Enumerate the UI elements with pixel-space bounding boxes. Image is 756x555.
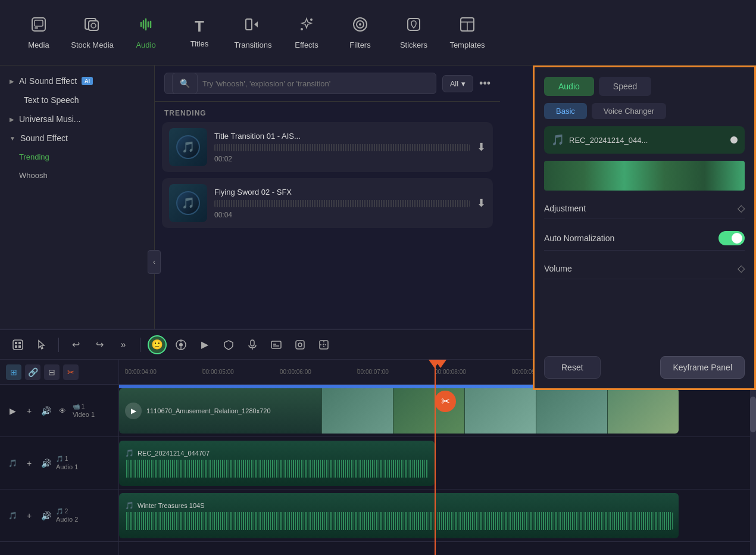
nav-media[interactable]: Media <box>12 6 65 60</box>
play-button[interactable]: ▶ <box>195 335 214 354</box>
audio1-add-icon[interactable]: + <box>23 457 36 470</box>
volume-row: Volume ◇ <box>544 258 745 279</box>
video-thumb-4 <box>536 388 607 434</box>
waveform-visual <box>544 161 745 191</box>
nav-audio[interactable]: Audio <box>119 6 173 60</box>
svg-rect-25 <box>251 340 254 346</box>
sound-info-2: Flying Sword 02 - SFX 00:04 <box>214 188 470 219</box>
audio1-play-icon[interactable]: 🎵 <box>6 457 19 470</box>
sub-tab-basic[interactable]: Basic <box>544 103 587 119</box>
auto-normalization-toggle[interactable] <box>718 231 745 245</box>
sound-item-1[interactable]: 🎵 Title Transition 01 - AIS... 00:02 ⬇ <box>162 122 493 172</box>
sidebar-item-text-to-speech[interactable]: Text to Speech <box>0 91 154 110</box>
nav-transitions[interactable]: Transitions <box>226 6 280 60</box>
tab-speed[interactable]: Speed <box>599 77 651 96</box>
more-tools-button[interactable]: » <box>114 335 133 354</box>
sidebar-sub-item-trending[interactable]: Trending <box>0 148 154 166</box>
audio2-play-icon[interactable]: 🎵 <box>6 509 19 522</box>
nav-stickers[interactable]: Stickers <box>387 6 441 60</box>
search-input[interactable] <box>202 79 429 88</box>
sidebar-item-sound-effect[interactable]: ▼ Sound Effect <box>0 129 154 148</box>
svg-rect-20 <box>18 345 21 348</box>
music-note-icon-2: 🎵 <box>182 197 195 210</box>
video-track-label-name: 📹 1 Video 1 <box>73 403 102 418</box>
sidebar-arrow-se: ▼ <box>10 135 15 142</box>
split-button[interactable]: ⊟ <box>44 364 60 380</box>
video-thumb-5 <box>607 388 679 434</box>
download-button-1[interactable]: ⬇ <box>477 141 486 154</box>
playhead-marker <box>429 360 441 368</box>
content-area: 🔍 All ▾ ••• TRENDING 🎵 Title T <box>155 66 500 329</box>
audio2-volume-icon[interactable]: 🔊 <box>39 509 52 522</box>
tab-audio[interactable]: Audio <box>544 77 594 96</box>
redo-button[interactable]: ↪ <box>90 335 109 354</box>
svg-rect-18 <box>18 342 21 344</box>
sidebar-collapse-button[interactable]: ‹ <box>148 250 155 274</box>
cursor-tool-button[interactable] <box>32 335 51 354</box>
svg-point-31 <box>298 343 302 347</box>
download-button-2[interactable]: ⬇ <box>477 197 486 210</box>
nav-filters[interactable]: Filters <box>333 6 387 60</box>
undo-button[interactable]: ↩ <box>66 335 85 354</box>
sidebar-item-ai-sound-effect[interactable]: ▶ AI Sound Effect AI <box>0 71 154 91</box>
video-track-label: ▶ + 🔊 👁 📹 1 Video 1 <box>0 385 118 437</box>
video-visibility-icon[interactable]: 👁 <box>56 404 69 417</box>
auto-normalization-row: Auto Normalization <box>544 226 745 251</box>
ruler-mark-2: 00:00:06:00 <box>280 369 357 375</box>
sidebar-arrow-ai: ▶ <box>10 78 14 85</box>
timeline-scrollbar[interactable] <box>750 385 756 555</box>
video-thumb-3 <box>464 388 536 434</box>
audio2-add-icon[interactable]: + <box>23 509 36 522</box>
more-options-button[interactable]: ••• <box>479 77 491 90</box>
svg-point-7 <box>310 18 313 21</box>
filter-button[interactable]: All ▾ <box>442 75 473 92</box>
add-track-button[interactable]: ⊞ <box>6 364 21 380</box>
svg-rect-16 <box>13 340 23 350</box>
nav-titles[interactable]: T Titles <box>173 6 226 60</box>
titles-icon: T <box>195 17 204 36</box>
track-label-toolbar: ⊞ 🔗 ⊟ ✂ <box>0 360 118 385</box>
search-input-wrapper[interactable]: 🔍 <box>164 73 436 94</box>
audio-note-icon: 🎵 <box>551 133 564 146</box>
audio-indicator <box>730 136 738 144</box>
sound-item-2[interactable]: 🎵 Flying Sword 02 - SFX 00:04 ⬇ <box>162 178 493 228</box>
sidebar-sub-item-whoosh[interactable]: Whoosh <box>0 166 154 185</box>
stickers-icon <box>405 16 422 37</box>
video-add-icon[interactable]: + <box>23 404 36 417</box>
video-clip[interactable]: ▶ 1110670_Amusement_Relation_1280x720 <box>119 388 679 434</box>
ruler-mark-3: 00:00:07:00 <box>357 369 435 375</box>
video-play-icon[interactable]: ▶ <box>6 404 19 417</box>
audio2-clip[interactable]: 🎵 Winter Treasures 104S <box>119 493 679 538</box>
volume-diamond-icon: ◇ <box>738 263 745 274</box>
sub-tab-voice-changer[interactable]: Voice Changer <box>592 103 666 119</box>
chevron-left-icon: ‹ <box>153 258 155 266</box>
audio1-volume-icon[interactable]: 🔊 <box>39 457 52 470</box>
audio2-track-label-name: 🎵 2 Audio 2 <box>56 508 86 523</box>
split-audio-button[interactable] <box>314 335 333 354</box>
toolbar-separator-2 <box>140 338 140 352</box>
svg-rect-19 <box>15 345 17 348</box>
timeline-scrollbar-thumb[interactable] <box>750 397 756 432</box>
sidebar-item-universal-music[interactable]: ▶ Universal Musi... <box>0 110 154 129</box>
nav-effects[interactable]: Effects <box>280 6 333 60</box>
keyframe-panel-button[interactable]: Keyframe Panel <box>660 356 745 379</box>
panel-sub-tabs: Basic Voice Changer <box>544 103 745 119</box>
captions-button[interactable] <box>267 335 286 354</box>
delete-segment-button[interactable]: ✂ <box>63 364 79 380</box>
sound-thumb-2: 🎵 <box>169 184 207 222</box>
select-tool-button[interactable] <box>8 335 27 354</box>
face-recognition-button[interactable]: 🙂 <box>148 335 167 354</box>
video-volume-icon[interactable]: 🔊 <box>39 404 52 417</box>
motion-track-button[interactable] <box>171 335 190 354</box>
ai-tools-button[interactable] <box>290 335 310 354</box>
shield-button[interactable] <box>219 335 238 354</box>
nav-templates[interactable]: Templates <box>441 6 494 60</box>
link-tracks-button[interactable]: 🔗 <box>25 364 40 380</box>
reset-button[interactable]: Reset <box>544 356 601 379</box>
svg-rect-6 <box>246 19 252 30</box>
filters-icon <box>352 16 368 37</box>
nav-stock-media[interactable]: Stock Media <box>65 6 119 60</box>
audio1-clip[interactable]: 🎵 REC_20241214_044707 <box>119 441 435 486</box>
mic-button[interactable] <box>243 335 262 354</box>
scissors-cut-marker[interactable]: ✂ <box>435 391 456 412</box>
